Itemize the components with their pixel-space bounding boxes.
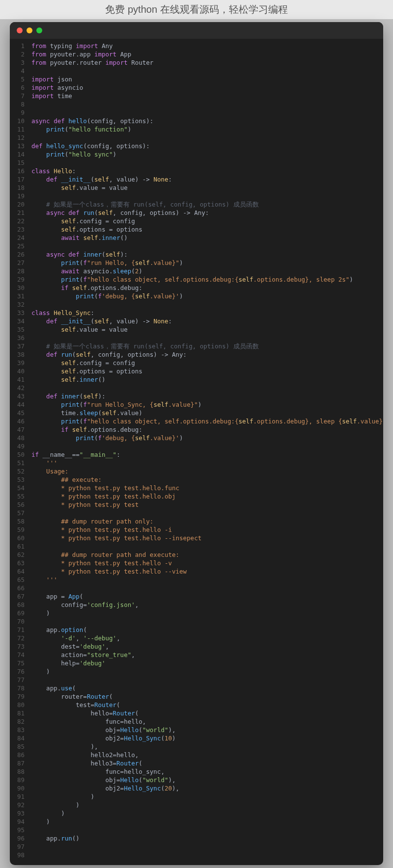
line-number: 27 (10, 259, 31, 267)
line-content: dest='debug', (31, 642, 109, 651)
line-content: print(f"run Hello, {self.value}") (31, 259, 183, 267)
line-content: def run(self, config, options) -> Any: (31, 350, 187, 359)
code-line: 19 (10, 192, 383, 200)
line-number: 87 (10, 759, 31, 767)
code-line: 34 def __init__(self, value) -> None: (10, 317, 383, 325)
code-area[interactable]: 1from typing import Any2from pyouter.app… (10, 39, 383, 865)
code-line: 77 (10, 676, 383, 684)
line-number: 66 (10, 584, 31, 592)
code-line: 14 print("hello sync") (10, 150, 383, 158)
line-number: 19 (10, 192, 31, 200)
code-line: 41 self.inner() (10, 375, 383, 384)
line-number: 83 (10, 726, 31, 734)
code-line: 84 obj2=Hello_Sync(10) (10, 734, 383, 742)
line-number: 34 (10, 317, 31, 325)
code-line: 54 * python test.py test.hello.func (10, 484, 383, 492)
close-icon[interactable] (17, 27, 23, 33)
line-number: 84 (10, 734, 31, 742)
line-number: 68 (10, 601, 31, 609)
line-number: 20 (10, 200, 31, 209)
line-content: * python test.py test.hello --view (31, 567, 187, 576)
code-line: 83 obj=Hello("world"), (10, 726, 383, 734)
line-content: obj=Hello("world"), (31, 726, 176, 734)
code-line: 76 ) (10, 667, 383, 676)
code-line: 25 (10, 242, 383, 250)
code-line: 10async def hello(config, options): (10, 117, 383, 125)
line-number: 26 (10, 250, 31, 259)
line-number: 4 (10, 67, 31, 75)
code-line: 11 print("hello function") (10, 125, 383, 133)
line-number: 71 (10, 626, 31, 634)
line-number: 73 (10, 642, 31, 651)
line-content: async def run(self, config, options) -> … (31, 209, 209, 217)
code-line: 80 test=Router( (10, 701, 383, 709)
code-line: 81 hello=Router( (10, 709, 383, 717)
code-line: 86 hello2=hello, (10, 751, 383, 759)
line-number: 88 (10, 767, 31, 776)
line-content: # 如果是一个class，需要有 run(self, config, optio… (31, 342, 259, 350)
line-content: print("hello function") (31, 125, 131, 133)
code-line: 56 * python test.py test (10, 500, 383, 509)
line-content: config='config.json', (31, 601, 139, 609)
code-line: 78 app.use( (10, 684, 383, 692)
line-content: * python test.py test.hello --insepect (31, 534, 201, 542)
minimize-icon[interactable] (27, 27, 32, 33)
line-content: self.value = value (31, 184, 128, 192)
line-content: self.config = config (31, 359, 135, 367)
code-line: 16class Hello: (10, 167, 383, 175)
line-number: 59 (10, 526, 31, 534)
code-line: 98 (10, 851, 383, 859)
line-number: 6 (10, 83, 31, 92)
line-content: ) (31, 817, 50, 826)
line-number: 47 (10, 425, 31, 434)
line-number: 64 (10, 567, 31, 576)
line-number: 60 (10, 534, 31, 542)
line-content: print(f'debug, {self.value}') (31, 292, 183, 300)
code-line: 46 print(f"hello class object, self.opti… (10, 417, 383, 425)
line-number: 82 (10, 717, 31, 726)
line-content: ) (31, 801, 80, 809)
line-number: 80 (10, 701, 31, 709)
line-number: 95 (10, 826, 31, 834)
code-line: 93 ) (10, 809, 383, 817)
code-line: 47 if self.options.debug: (10, 425, 383, 434)
line-number: 37 (10, 342, 31, 350)
line-number: 45 (10, 409, 31, 417)
line-number: 56 (10, 500, 31, 509)
line-number: 61 (10, 542, 31, 551)
line-content: class Hello: (31, 167, 76, 175)
line-content: self.inner() (31, 375, 106, 384)
code-line: 6import asyncio (10, 83, 383, 92)
code-line: 63 * python test.py test.hello -v (10, 559, 383, 567)
line-number: 33 (10, 309, 31, 317)
code-line: 24 await self.inner() (10, 234, 383, 242)
code-line: 45 time.sleep(self.value) (10, 409, 383, 417)
line-number: 3 (10, 58, 31, 67)
code-line: 58 ## dump router path only: (10, 517, 383, 526)
code-line: 69 ) (10, 609, 383, 617)
line-number: 23 (10, 225, 31, 234)
line-number: 62 (10, 551, 31, 559)
code-line: 52 Usage: (10, 467, 383, 475)
code-line: 66 (10, 584, 383, 592)
line-number: 10 (10, 117, 31, 125)
code-line: 90 obj2=Hello_Sync(20), (10, 784, 383, 792)
line-content: * python test.py test.hello.obj (31, 492, 176, 500)
code-line: 35 self.value = value (10, 325, 383, 334)
code-line: 28 await asyncio.sleep(2) (10, 267, 383, 275)
line-number: 5 (10, 75, 31, 83)
line-content: app = App( (31, 592, 83, 601)
code-line: 61 (10, 542, 383, 551)
line-content: func=hello, (31, 717, 146, 726)
line-content: from typing import Any (31, 42, 113, 50)
line-number: 43 (10, 392, 31, 400)
code-line: 29 print(f"hello class object, self.opti… (10, 275, 383, 284)
line-content: ) (31, 667, 50, 676)
line-content: ) (31, 792, 94, 801)
code-line: 30 if self.options.debug: (10, 284, 383, 292)
zoom-icon[interactable] (36, 27, 42, 33)
line-number: 92 (10, 801, 31, 809)
line-number: 48 (10, 434, 31, 442)
code-line: 3from pyouter.router import Router (10, 58, 383, 67)
line-content: def inner(self): (31, 392, 106, 400)
